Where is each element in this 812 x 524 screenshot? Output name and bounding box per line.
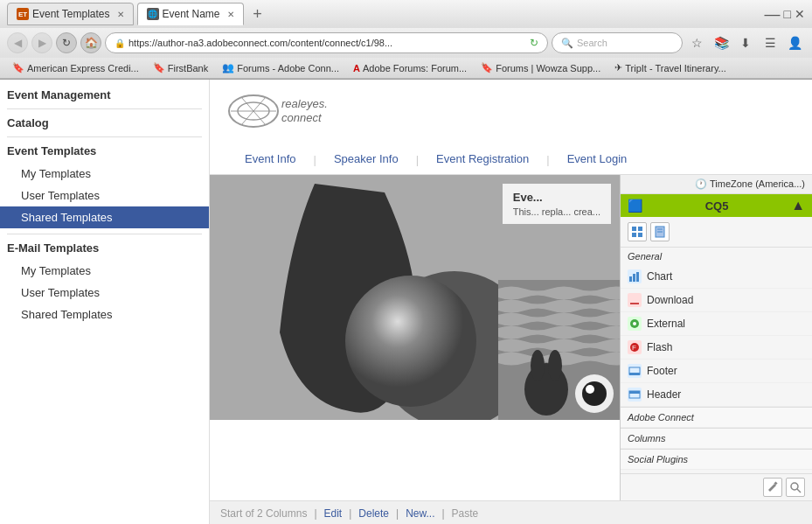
svg-line-39: [797, 489, 801, 493]
nav-icons: ☆ 📚 ⬇ ☰ 👤: [686, 32, 805, 53]
tab-favicon-2: 🌐: [147, 8, 159, 20]
svg-text:realeyes.: realeyes.: [281, 97, 328, 110]
cq5-item-flash[interactable]: F Flash: [621, 336, 812, 360]
cq5-close-button[interactable]: ▲: [791, 198, 805, 213]
tab-close-1[interactable]: ✕: [117, 10, 124, 19]
home-button[interactable]: 🏠: [80, 32, 101, 53]
sidebar-item-email-shared-templates[interactable]: Shared Templates: [0, 304, 209, 325]
tab-event-name[interactable]: 🌐 Event Name ✕: [137, 3, 244, 25]
logo-svg: realeyes. connect: [227, 90, 341, 132]
search-icon: 🔍: [561, 38, 573, 49]
svg-rect-18: [638, 227, 642, 231]
cq5-section-adobe-connect: Adobe Connect: [621, 407, 812, 428]
cq5-section-social-plugins: Social Plugins: [621, 449, 812, 470]
bookmark-tripit[interactable]: ✈ TripIt - Travel Itinerary...: [609, 60, 732, 75]
close-button[interactable]: ✕: [795, 7, 805, 21]
bottom-bar-paste: Paste: [452, 507, 479, 520]
sidebar-item-user-templates[interactable]: User Templates: [0, 185, 209, 206]
download-icon[interactable]: ⬇: [735, 32, 756, 53]
minimize-button[interactable]: —: [765, 5, 781, 24]
tab-speaker-info[interactable]: Speaker Info: [316, 145, 416, 174]
avatar-icon[interactable]: 👤: [784, 32, 805, 53]
reload-icon[interactable]: ↻: [530, 37, 538, 49]
svg-rect-19: [632, 233, 636, 237]
cq5-item-external[interactable]: External: [621, 312, 812, 336]
new-tab-button[interactable]: +: [247, 3, 268, 24]
forward-button[interactable]: ▶: [31, 32, 52, 53]
bookmark-icon-wowza: 🔖: [481, 62, 493, 73]
sidebar-section-event-templates: Event Templates: [0, 139, 209, 163]
cq5-item-footer[interactable]: Footer: [621, 360, 812, 383]
bookmark-amex[interactable]: 🔖 American Express Credi...: [7, 60, 144, 75]
sidebar-section-event-management[interactable]: Event Management: [0, 83, 209, 107]
tab-event-info[interactable]: Event Info: [227, 145, 314, 174]
cq5-edit-btn[interactable]: [763, 478, 782, 497]
bookmark-forums-adobe[interactable]: 👥 Forums - Adobe Conn...: [217, 60, 344, 75]
cq5-item-chart[interactable]: Chart: [621, 265, 812, 289]
bottom-bar: Start of 2 Columns | Edit | Delete | New…: [210, 500, 812, 524]
main-layout: Event Management Catalog Event Templates…: [0, 80, 812, 524]
cq5-panel: 🕐 TimeZone (America...) 🟦 CQ5 ▲ Gen: [620, 175, 812, 501]
tab-event-templates[interactable]: ET Event Templates ✕: [7, 3, 134, 25]
bookmark-icon-tripit: ✈: [614, 62, 622, 73]
cq5-external-icon: [628, 317, 642, 331]
bookmark-firstbank[interactable]: 🔖 FirstBank: [148, 60, 213, 75]
svg-point-9: [345, 276, 476, 407]
cq5-chart-icon: [628, 269, 642, 283]
tab-close-2[interactable]: ✕: [227, 10, 234, 19]
cq5-icon-page[interactable]: [650, 222, 670, 241]
timezone-text: TimeZone (America...): [710, 178, 805, 189]
svg-point-15: [582, 381, 607, 406]
event-tabs: Event Info | Speaker Info | Event Regist…: [210, 145, 812, 175]
tab-event-login[interactable]: Event Login: [550, 145, 645, 174]
svg-rect-20: [638, 233, 642, 237]
svg-rect-17: [632, 227, 636, 231]
settings-icon[interactable]: ☰: [760, 32, 781, 53]
bookmark-list-icon[interactable]: 📚: [711, 32, 732, 53]
tab-label-2: Event Name: [163, 8, 220, 20]
sidebar-item-shared-templates[interactable]: Shared Templates: [0, 206, 209, 228]
title-bar: ET Event Templates ✕ 🌐 Event Name ✕ + — …: [0, 0, 812, 28]
bottom-bar-new[interactable]: New...: [406, 507, 434, 520]
bookmark-icon-firstbank: 🔖: [153, 62, 165, 73]
tab-event-registration[interactable]: Event Registration: [419, 145, 546, 174]
sidebar-item-email-user-templates[interactable]: User Templates: [0, 282, 209, 304]
cq5-header-icon: [628, 388, 642, 402]
svg-rect-28: [630, 303, 639, 304]
cq5-header: 🟦 CQ5 ▲: [621, 194, 812, 217]
content-area: realeyes. connect Event Info | Speaker I…: [210, 80, 812, 524]
sidebar: Event Management Catalog Event Templates…: [0, 80, 210, 524]
svg-rect-26: [636, 272, 639, 282]
refresh-button[interactable]: ↻: [56, 32, 77, 53]
bookmark-adobe-forums[interactable]: A Adobe Forums: Forum...: [348, 61, 472, 75]
bookmark-icon-amex: 🔖: [12, 62, 24, 73]
svg-rect-25: [633, 274, 635, 282]
search-placeholder: Search: [577, 38, 607, 48]
address-bar[interactable]: 🔒 https://author-na3.adobeconnect.com/co…: [105, 32, 548, 53]
sidebar-section-email-templates: E-Mail Templates: [0, 236, 209, 260]
timezone-icon: 🕐: [695, 178, 707, 189]
cq5-item-download[interactable]: Download: [621, 289, 812, 312]
cq5-icon-components[interactable]: [628, 222, 647, 241]
star-icon[interactable]: ☆: [686, 32, 707, 53]
cq5-icon-bar: [621, 217, 812, 248]
cq5-chart-label: Chart: [647, 270, 672, 283]
sidebar-item-my-templates[interactable]: My Templates: [0, 163, 209, 185]
cq5-header-label: Header: [647, 388, 681, 401]
bookmark-wowza[interactable]: 🔖 Forums | Wowza Supp...: [475, 60, 606, 75]
sidebar-item-email-my-templates[interactable]: My Templates: [0, 260, 209, 282]
tab-favicon-1: ET: [17, 8, 29, 20]
cq5-item-header[interactable]: Header: [621, 383, 812, 407]
cq5-footer-icon: [628, 364, 642, 378]
bottom-bar-edit[interactable]: Edit: [324, 507, 343, 520]
back-button[interactable]: ◀: [7, 32, 28, 53]
bottom-bar-delete[interactable]: Delete: [358, 507, 389, 520]
cq5-flash-icon: F: [628, 340, 642, 354]
cq5-footer-bar: [621, 473, 812, 500]
cq5-download-icon: [628, 293, 642, 307]
sidebar-section-catalog[interactable]: Catalog: [0, 111, 209, 135]
cq5-search-btn[interactable]: [786, 478, 805, 497]
cq5-footer-label: Footer: [647, 365, 677, 377]
search-bar[interactable]: 🔍 Search: [552, 32, 683, 53]
maximize-button[interactable]: □: [784, 7, 791, 21]
